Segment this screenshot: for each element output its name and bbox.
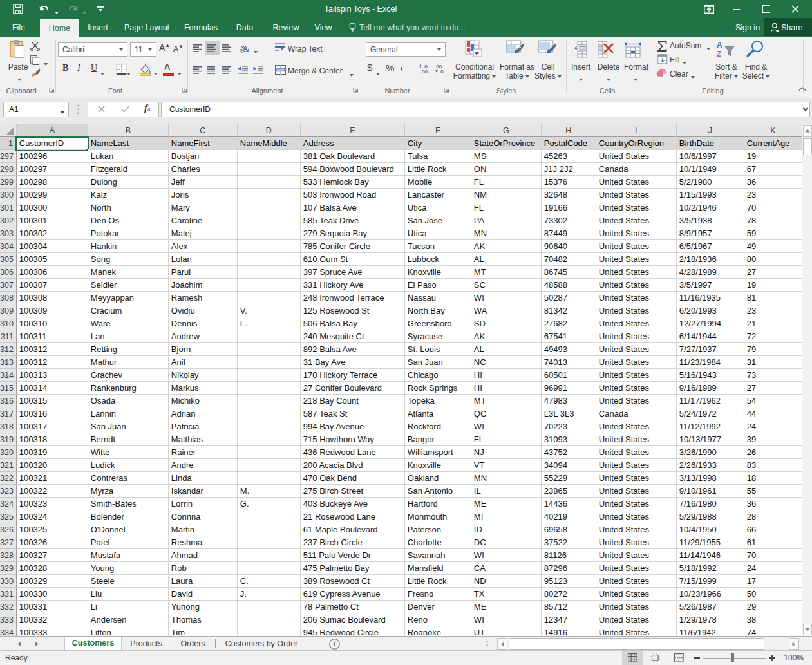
svg-text:.00: .00 (420, 69, 428, 74)
svg-text:Z: Z (717, 50, 721, 57)
svg-text:≠: ≠ (475, 49, 479, 57)
svg-text:.0: .0 (439, 69, 444, 74)
svg-text:A: A (717, 41, 722, 50)
